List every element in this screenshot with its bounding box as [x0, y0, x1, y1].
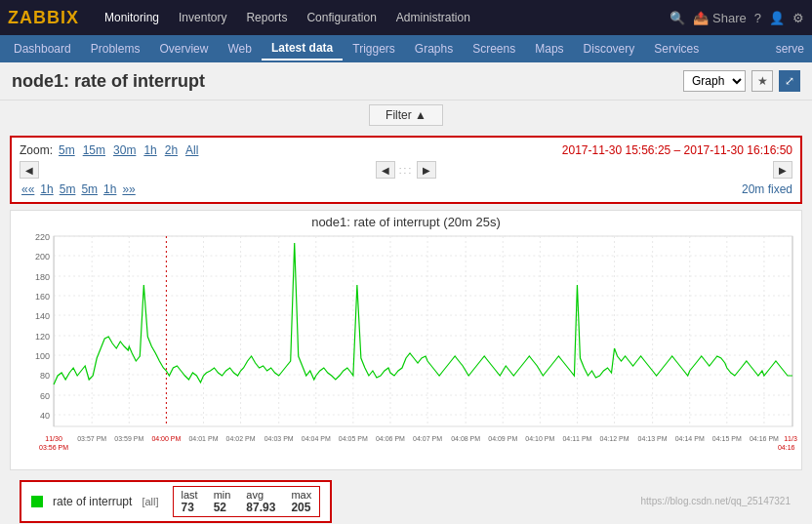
subnav-server: serve — [776, 42, 808, 56]
zoom-label: Zoom: — [20, 143, 53, 157]
svg-text:04:12 PM: 04:12 PM — [600, 435, 629, 442]
legend-qualifier: [all] — [142, 496, 158, 507]
nav-dots: ::: — [399, 165, 413, 176]
svg-text:04:01 PM: 04:01 PM — [188, 435, 218, 442]
filter-bar: Filter ▲ — [0, 101, 812, 130]
legend-stat-last: last 73 — [182, 489, 198, 514]
subnav-discovery[interactable]: Discovery — [574, 38, 645, 60]
svg-text:200: 200 — [35, 252, 50, 262]
svg-text:03:57 PM: 03:57 PM — [77, 435, 106, 442]
svg-text:04:14 PM: 04:14 PM — [675, 435, 705, 442]
star-button[interactable]: ★ — [751, 70, 773, 92]
svg-text:04:04 PM: 04:04 PM — [302, 435, 331, 442]
zoom-30m[interactable]: 30m — [111, 143, 138, 157]
svg-text:04:16 PM: 04:16 PM — [750, 435, 779, 442]
graph-controls: Zoom: 5m 15m 30m 1h 2h All 2017-11-30 15… — [10, 136, 802, 204]
sub-navbar: Dashboard Problems Overview Web Latest d… — [0, 35, 812, 62]
date-range: 2017-11-30 15:56:25 – 2017-11-30 16:16:5… — [562, 143, 792, 157]
user-icon[interactable]: 👤 — [769, 11, 785, 25]
subnav-services[interactable]: Services — [644, 38, 709, 60]
share-icon[interactable]: 📤 Share — [693, 11, 746, 25]
period-1h-right[interactable]: 1h — [102, 182, 118, 196]
zoom-2h[interactable]: 2h — [163, 143, 180, 157]
expand-button[interactable]: ⤢ — [779, 70, 800, 92]
zoom-all[interactable]: All — [183, 143, 200, 157]
svg-text:04:07 PM: 04:07 PM — [413, 435, 442, 442]
subnav-maps[interactable]: Maps — [525, 38, 573, 60]
svg-text:60: 60 — [40, 391, 50, 401]
nav-center: ◀ ::: ▶ — [376, 161, 436, 179]
period-5m-left[interactable]: 5m — [58, 182, 78, 196]
subnav-web[interactable]: Web — [218, 38, 261, 60]
svg-text:04:02 PM: 04:02 PM — [226, 435, 256, 442]
page-title: node1: rate of interrupt — [12, 71, 205, 92]
period-1h-left[interactable]: 1h — [38, 182, 55, 196]
filter-button[interactable]: Filter ▲ — [369, 104, 443, 126]
nav-prev-button[interactable]: ◀ — [20, 161, 39, 179]
watermark: https://blog.csdn.net/qq_25147321 — [629, 494, 802, 508]
top-nav-reports[interactable]: Reports — [236, 5, 297, 30]
svg-text:03:59 PM: 03:59 PM — [114, 435, 143, 442]
top-nav-configuration[interactable]: Configuration — [297, 5, 386, 30]
svg-text:120: 120 — [35, 332, 50, 342]
search-icon[interactable]: 🔍 — [670, 11, 685, 25]
svg-text:04:05 PM: 04:05 PM — [339, 435, 368, 442]
settings-icon[interactable]: ⚙ — [792, 11, 804, 25]
subnav-graphs[interactable]: Graphs — [405, 38, 463, 60]
svg-text:220: 220 — [35, 232, 50, 242]
svg-text:04:15 PM: 04:15 PM — [712, 435, 742, 442]
graph-select-wrap: Graph — [683, 70, 746, 92]
period-5m-right[interactable]: 5m — [79, 182, 100, 196]
top-nav-administration[interactable]: Administration — [386, 5, 480, 30]
subnav-latest-data[interactable]: Latest data — [262, 37, 343, 60]
page-header-right: Graph ★ ⤢ — [683, 70, 800, 92]
legend-stat-max: max 205 — [291, 489, 311, 514]
logo: ZABBIX — [8, 8, 79, 28]
svg-text:03:56 PM: 03:56 PM — [39, 444, 68, 451]
nav-right-button[interactable]: ▶ — [417, 161, 436, 179]
top-nav-monitoring[interactable]: Monitoring — [95, 5, 169, 30]
nav-left-button[interactable]: ◀ — [376, 161, 395, 179]
legend: rate of interrupt [all] last 73 min 52 a… — [20, 480, 332, 523]
chart-svg: 220 200 180 160 140 120 100 80 60 40 — [15, 231, 797, 465]
nav-row: ◀ ◀ ::: ▶ ▶ — [20, 161, 792, 179]
chart-container: node1: rate of interrupt (20m 25s) 220 2… — [10, 210, 802, 470]
legend-name: rate of interrupt — [53, 495, 132, 508]
svg-rect-0 — [54, 236, 792, 426]
svg-text:04:09 PM: 04:09 PM — [488, 435, 517, 442]
legend-stat-avg: avg 87.93 — [246, 489, 275, 514]
subnav-problems[interactable]: Problems — [81, 38, 150, 60]
svg-text:04:00 PM: 04:00 PM — [151, 435, 181, 442]
subnav-triggers[interactable]: Triggers — [343, 38, 405, 60]
period-links: «« 1h 5m 5m 1h »» — [20, 182, 138, 196]
svg-text:04:03 PM: 04:03 PM — [264, 435, 294, 442]
legend-stat-min: min 52 — [214, 489, 231, 514]
period-next-next[interactable]: »» — [120, 182, 137, 196]
zoom-1h[interactable]: 1h — [142, 143, 158, 157]
legend-row: rate of interrupt [all] last 73 min 52 a… — [31, 486, 320, 517]
help-icon[interactable]: ? — [754, 11, 761, 25]
svg-text:140: 140 — [35, 311, 50, 321]
legend-color-swatch — [31, 496, 43, 507]
period-prev-prev[interactable]: «« — [20, 182, 36, 196]
svg-text:80: 80 — [40, 371, 50, 381]
top-nav-right: 🔍 📤 Share ? 👤 ⚙ — [670, 11, 804, 25]
svg-text:04:10 PM: 04:10 PM — [525, 435, 554, 442]
svg-text:100: 100 — [35, 351, 50, 361]
nav-next-button[interactable]: ▶ — [773, 161, 792, 179]
svg-text:11/30: 11/30 — [45, 435, 62, 442]
top-navbar: ZABBIX Monitoring Inventory Reports Conf… — [0, 0, 812, 35]
svg-text:04:16 PM: 04:16 PM — [778, 444, 797, 451]
zoom-5m[interactable]: 5m — [57, 143, 77, 157]
zoom-row: Zoom: 5m 15m 30m 1h 2h All 2017-11-30 15… — [20, 143, 792, 157]
period-row: «« 1h 5m 5m 1h »» 20m fixed — [20, 182, 792, 196]
graph-select[interactable]: Graph — [683, 70, 746, 92]
subnav-dashboard[interactable]: Dashboard — [4, 38, 81, 60]
subnav-screens[interactable]: Screens — [463, 38, 525, 60]
subnav-overview[interactable]: Overview — [149, 38, 218, 60]
zoom-15m[interactable]: 15m — [81, 143, 107, 157]
chart-wrap: 220 200 180 160 140 120 100 80 60 40 — [15, 231, 797, 465]
svg-text:04:11 PM: 04:11 PM — [562, 435, 591, 442]
top-nav-inventory[interactable]: Inventory — [169, 5, 236, 30]
svg-text:40: 40 — [40, 411, 50, 421]
